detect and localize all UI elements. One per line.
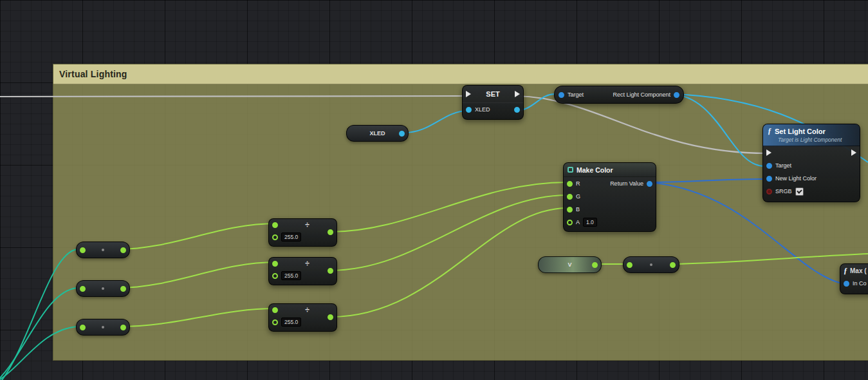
- divide-node-b[interactable]: ÷ 255.0: [268, 303, 337, 332]
- divisor-input-pin[interactable]: [272, 273, 278, 279]
- conv-input-pin[interactable]: [80, 325, 86, 330]
- conv-output-pin[interactable]: [120, 325, 126, 330]
- divide-output-pin[interactable]: [328, 314, 333, 320]
- conv-output-pin[interactable]: [120, 247, 126, 253]
- conv-input-pin[interactable]: [80, 286, 86, 292]
- divide-operator: ÷: [305, 307, 309, 313]
- target-input-pin[interactable]: [766, 163, 772, 169]
- return-value-pin[interactable]: [647, 181, 652, 187]
- set-light-color-subtitle: Target is Light Component: [778, 137, 855, 143]
- set-node-title: SET: [486, 90, 499, 98]
- a-label: A: [576, 219, 580, 225]
- xled-output-pin[interactable]: [514, 107, 520, 113]
- a-value-input[interactable]: 1.0: [583, 218, 597, 227]
- xled-get-label: XLED: [369, 130, 385, 137]
- divide-node-g[interactable]: ÷ 255.0: [268, 257, 337, 285]
- in-color-pin[interactable]: [844, 281, 849, 287]
- divide-output-pin[interactable]: [328, 229, 333, 235]
- exec-in-pin[interactable]: [766, 149, 771, 156]
- divisor-input-pin[interactable]: [272, 234, 278, 240]
- v-label: V: [568, 261, 571, 268]
- conv-output-pin[interactable]: [120, 286, 126, 292]
- conversion-node-3[interactable]: [76, 319, 130, 336]
- comment-box-virtual-lighting[interactable]: Virtual Lighting: [53, 64, 868, 361]
- rect-target-label: Target: [568, 91, 584, 98]
- conversion-node-v[interactable]: [623, 256, 679, 273]
- xled-input-pin[interactable]: [466, 107, 472, 113]
- in-color-label: In Co: [853, 280, 867, 287]
- conv-output-pin[interactable]: [670, 262, 676, 268]
- function-icon: ƒ: [768, 126, 771, 136]
- conversion-dot-icon: [102, 326, 104, 328]
- srgb-checkbox[interactable]: [795, 187, 804, 196]
- divide-input-pin[interactable]: [272, 261, 278, 267]
- srgb-pin[interactable]: [766, 189, 772, 195]
- set-light-color-title: Set Light Color: [775, 128, 826, 135]
- make-struct-icon: [568, 167, 573, 173]
- new-light-color-label: New Light Color: [775, 175, 817, 182]
- comment-title: Virtual Lighting: [59, 69, 127, 79]
- a-input-pin[interactable]: [567, 220, 573, 225]
- xled-get-node[interactable]: XLED: [346, 125, 409, 142]
- divisor-value-input[interactable]: 255.0: [281, 233, 301, 242]
- blueprint-canvas[interactable]: Virtual Lighting SET: [0, 0, 868, 380]
- divide-input-pin[interactable]: [272, 307, 278, 313]
- exec-in-pin[interactable]: [466, 91, 471, 97]
- rect-output-label: Rect Light Component: [613, 91, 670, 98]
- exec-out-pin[interactable]: [851, 149, 856, 156]
- rect-output-pin[interactable]: [674, 92, 679, 98]
- conversion-node-1[interactable]: [76, 242, 130, 258]
- conv-input-pin[interactable]: [80, 247, 86, 253]
- make-color-node[interactable]: Make Color R Return Value G B A 1.0: [563, 162, 656, 232]
- conversion-dot-icon: [102, 287, 104, 290]
- conversion-dot-icon: [102, 249, 104, 251]
- divisor-input-pin[interactable]: [272, 319, 278, 325]
- check-icon: [797, 188, 802, 193]
- xled-pin-label: XLED: [475, 106, 490, 113]
- return-value-label: Return Value: [610, 180, 643, 187]
- exec-out-pin[interactable]: [515, 91, 520, 97]
- divisor-value-input[interactable]: 255.0: [281, 318, 301, 327]
- set-light-color-node[interactable]: ƒ Set Light Color Target is Light Compon…: [762, 124, 860, 202]
- conv-input-pin[interactable]: [627, 262, 633, 268]
- max-node[interactable]: ƒ Max ( In Co: [840, 263, 868, 294]
- comment-header[interactable]: Virtual Lighting: [53, 64, 868, 84]
- set-xled-node[interactable]: SET XLED: [462, 85, 524, 120]
- divide-output-pin[interactable]: [328, 268, 333, 274]
- divisor-value-input[interactable]: 255.0: [281, 271, 301, 280]
- b-input-pin[interactable]: [567, 207, 573, 213]
- divide-input-pin[interactable]: [272, 222, 278, 228]
- srgb-label: SRGB: [775, 188, 792, 195]
- divide-operator: ÷: [305, 222, 309, 228]
- conversion-node-2[interactable]: [76, 280, 130, 297]
- target-label: Target: [775, 162, 791, 169]
- r-input-pin[interactable]: [567, 181, 573, 187]
- g-input-pin[interactable]: [567, 194, 573, 200]
- g-label: G: [576, 193, 580, 200]
- function-icon: ƒ: [844, 266, 847, 276]
- rect-target-pin[interactable]: [559, 92, 564, 98]
- make-color-title: Make Color: [577, 166, 613, 174]
- v-get-node[interactable]: V: [538, 256, 602, 273]
- divide-operator: ÷: [305, 260, 309, 267]
- v-output-pin[interactable]: [592, 262, 598, 268]
- divide-node-r[interactable]: ÷ 255.0: [268, 218, 337, 247]
- xled-get-output-pin[interactable]: [399, 131, 405, 137]
- rect-light-component-node[interactable]: Target Rect Light Component: [554, 86, 684, 104]
- b-label: B: [576, 206, 580, 213]
- max-node-title: Max (: [850, 267, 867, 274]
- conversion-dot-icon: [650, 263, 652, 266]
- new-light-color-pin[interactable]: [766, 176, 772, 182]
- r-label: R: [576, 180, 580, 187]
